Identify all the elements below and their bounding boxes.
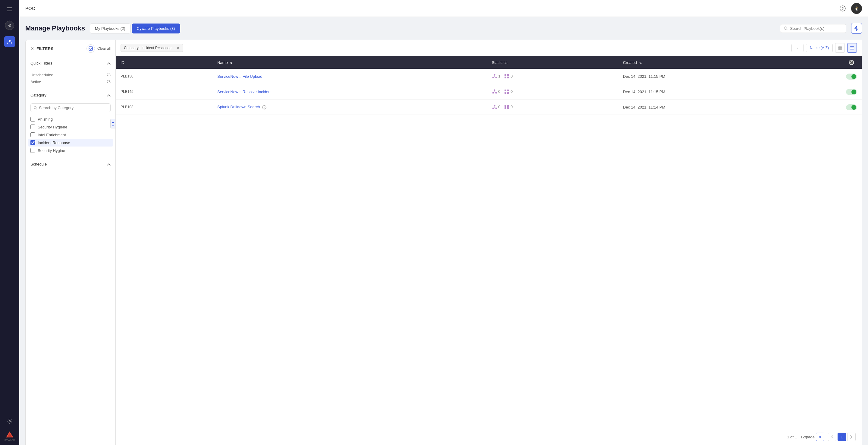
intel-enrichment-label: Intel Enrichment	[38, 132, 66, 137]
category-header[interactable]: Category	[26, 89, 116, 101]
category-search-input[interactable]	[39, 106, 107, 110]
tab-cyware-playbooks[interactable]: Cyware Playbooks (3)	[132, 24, 180, 33]
next-page-button[interactable]	[847, 433, 856, 441]
sort-order-button[interactable]	[792, 44, 804, 52]
active-filter-tags: Category | Incident Response... ✕	[121, 44, 183, 52]
info-icon: i	[262, 105, 267, 110]
incident-response-label: Incident Response	[38, 141, 70, 145]
unscheduled-label: Unscheduled	[30, 73, 53, 77]
row2-toggle[interactable]	[846, 89, 857, 95]
row3-apps-stat: 0	[504, 104, 513, 110]
clear-all-button[interactable]: Clear all	[97, 47, 111, 51]
row1-name-link[interactable]: ServiceNow :: File Upload	[217, 74, 262, 79]
scroll-arrows[interactable]: ▲ ▲	[110, 119, 116, 128]
svg-rect-18	[838, 48, 840, 50]
svg-point-25	[494, 74, 495, 76]
page-1-button[interactable]: 1	[838, 433, 846, 441]
intel-enrichment-checkbox[interactable]	[30, 132, 35, 137]
svg-rect-47	[507, 107, 509, 109]
row2-toggle-cell	[841, 84, 862, 99]
lightning-button[interactable]	[851, 23, 862, 34]
sidebar-item-users[interactable]	[4, 36, 15, 47]
row1-name: ServiceNow :: File Upload	[213, 69, 487, 84]
user-avatar[interactable]: 🐧	[851, 3, 862, 14]
phishing-checkbox[interactable]	[30, 117, 35, 121]
incident-response-checkbox[interactable]	[30, 140, 35, 145]
chevron-up-icon	[107, 62, 111, 64]
main-area: POC ? 🐧 Manage Playbooks My Playbook	[19, 0, 868, 445]
row2-created: Dec 14, 2021, 11:15 PM	[618, 84, 841, 99]
playbooks-table: ID Name ⇅ Statistics Creat	[116, 56, 862, 115]
search-input[interactable]	[790, 26, 842, 31]
sort-name-button[interactable]: Name (A-Z)	[806, 44, 833, 52]
search-bar	[780, 24, 846, 33]
svg-rect-28	[504, 74, 506, 76]
search-icon	[784, 26, 788, 30]
svg-rect-20	[850, 47, 854, 47]
created-sort-arrows[interactable]: ⇅	[639, 61, 642, 64]
svg-text:?: ?	[841, 7, 844, 11]
row3-nodes-count: 0	[498, 105, 501, 109]
row1-stats: 1	[487, 69, 618, 84]
svg-rect-35	[504, 90, 506, 91]
nodes-icon	[492, 89, 497, 94]
row3-stats-cell: 0	[492, 104, 614, 110]
svg-rect-45	[507, 105, 509, 107]
phishing-label: Phishing	[38, 117, 53, 121]
row1-toggle[interactable]	[846, 73, 857, 80]
prev-page-button[interactable]	[828, 433, 836, 441]
svg-rect-38	[507, 92, 509, 94]
settings-icon[interactable]	[4, 416, 15, 426]
tab-my-playbooks[interactable]: My Playbooks (2)	[90, 24, 130, 33]
name-sort-arrows[interactable]: ⇅	[230, 61, 232, 64]
active-label: Active	[30, 80, 41, 84]
apps-icon	[504, 104, 509, 110]
row3-created: Dec 14, 2021, 11:14 PM	[618, 99, 841, 115]
list-view-button[interactable]	[847, 43, 857, 53]
apps-icon	[504, 73, 509, 79]
row2-stats-cell: 0	[492, 89, 614, 94]
filter-tag-close-icon[interactable]: ✕	[176, 46, 180, 50]
sidebar: ⚙ CYWARE	[0, 0, 19, 445]
app-name: POC	[25, 6, 35, 11]
row2-nodes-stat: 0	[492, 89, 501, 94]
security-hygine-checkbox[interactable]	[30, 148, 35, 153]
grid-view-button[interactable]	[835, 43, 845, 53]
filter-save-button[interactable]	[87, 44, 95, 53]
svg-rect-0	[7, 7, 12, 7]
topbar: POC ? 🐧	[19, 0, 868, 17]
help-icon[interactable]: ?	[838, 4, 847, 13]
nodes-icon	[492, 104, 497, 110]
row3-name-link[interactable]: Splunk Drilldown Search i	[217, 105, 267, 109]
svg-rect-16	[838, 46, 840, 48]
row1-nodes-count: 1	[498, 74, 501, 79]
category-intel-enrichment: Intel Enrichment	[30, 131, 111, 139]
filter-header: ✕ FILTERS Clear all	[26, 40, 116, 57]
svg-point-5	[9, 40, 10, 41]
svg-rect-17	[840, 46, 842, 48]
svg-rect-19	[840, 48, 842, 50]
pagination-per-page: 12/page	[801, 433, 824, 441]
security-hygiene-checkbox[interactable]	[30, 124, 35, 129]
close-filter-icon[interactable]: ✕	[30, 46, 34, 51]
col-name: Name ⇅	[213, 56, 487, 69]
schedule-header[interactable]: Schedule	[26, 158, 116, 170]
per-page-toggle[interactable]	[816, 433, 824, 441]
sort-icon	[795, 46, 800, 50]
svg-rect-29	[507, 74, 509, 76]
table-area: Category | Incident Response... ✕ Name (…	[116, 40, 862, 445]
table-settings-icon[interactable]	[849, 60, 854, 65]
hamburger-menu-icon[interactable]	[4, 4, 15, 14]
row1-apps-count: 0	[510, 74, 513, 79]
col-statistics: Statistics	[487, 56, 618, 69]
svg-rect-22	[850, 49, 854, 50]
row3-toggle[interactable]	[846, 104, 857, 110]
quick-filters-header[interactable]: Quick Filters	[26, 57, 116, 69]
row2-name-link[interactable]: ServiceNow :: Resolve Incident	[217, 90, 272, 94]
schedule-section: Schedule	[26, 158, 116, 170]
table-row: PLB130 ServiceNow :: File Upload	[116, 69, 862, 84]
svg-rect-37	[504, 92, 506, 94]
row1-nodes-stat: 1	[492, 73, 501, 79]
row1-stats-cell: 1	[492, 73, 614, 79]
filter-title: FILTERS	[36, 47, 84, 51]
